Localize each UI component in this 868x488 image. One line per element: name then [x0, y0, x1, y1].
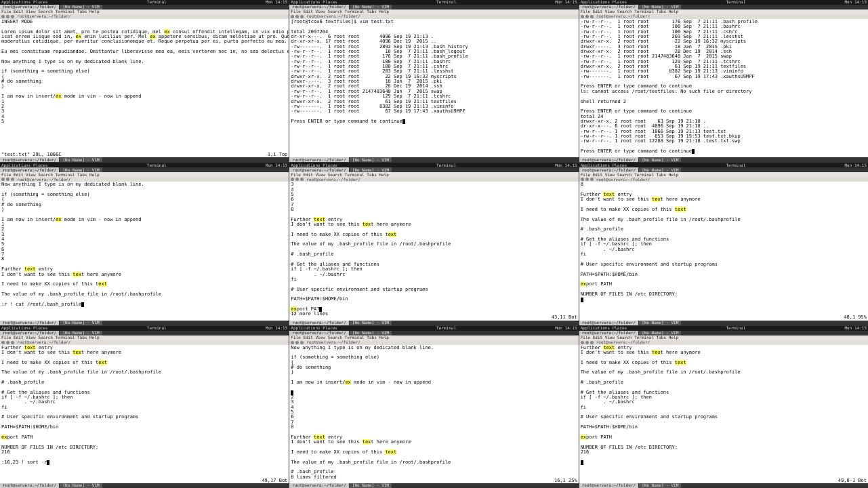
bottom-tab[interactable]: root@servera:~/folder/ — [0, 483, 59, 488]
terminal-output[interactable]: Now anything I type is on my dedicated b… — [0, 182, 289, 308]
close-icon[interactable] — [581, 178, 584, 181]
bottom-tabstrip[interactable]: root@servera:~/folder/[No Name] - VIM — [0, 157, 289, 162]
bottom-tab[interactable]: [No Name] - VIM — [60, 321, 102, 325]
bottom-tab[interactable]: [No Name] - VIM — [350, 483, 392, 488]
bottom-tabstrip[interactable]: root@servera:~/folder/[No Name] - VIM — [0, 483, 289, 488]
terminal-line: 3 — [1, 109, 287, 114]
min-icon[interactable] — [295, 341, 299, 344]
terminal-output[interactable]: -rw-r--r--. 1 root root 176 Sep 7 21:11 … — [579, 19, 868, 155]
terminal-line: } — [1, 207, 287, 212]
terminal-output[interactable]: 8 Further text entryI don't want to see … — [579, 182, 868, 302]
bottom-tab[interactable]: root@servera:~/folder/ — [0, 157, 59, 162]
screenshot-pane: Applications PlacesTerminalMon 14:15root… — [0, 0, 289, 162]
bottom-tab[interactable]: root@servera:~/folder/ — [289, 483, 348, 488]
highlight: ex — [56, 94, 61, 99]
text-cursor — [402, 119, 405, 124]
max-icon[interactable] — [300, 15, 304, 18]
terminal-line: I need to make XX copies of this text — [581, 361, 867, 365]
terminal-output[interactable]: Further text entryI don't want to see th… — [579, 345, 868, 466]
close-icon[interactable] — [581, 341, 584, 344]
terminal-line: # do something — [1, 79, 287, 84]
bottom-tab[interactable]: [No Name] - VIM — [639, 483, 681, 488]
bottom-tab[interactable]: root@servera:~/folder/ — [0, 321, 59, 325]
max-icon[interactable] — [590, 341, 594, 344]
terminal-line: # User specific environment and startup … — [1, 415, 287, 420]
terminal-line: NUMBER OF FILES IN /etc DIRECTORY: — [581, 445, 867, 450]
max-icon[interactable] — [11, 15, 14, 18]
bottom-tab[interactable]: [No Name] - VIM — [60, 483, 102, 488]
close-icon[interactable] — [1, 178, 5, 181]
bottom-tabstrip[interactable]: root@servera:~/folder/[No Name] - VIM — [289, 483, 578, 488]
terminal-line: fi — [581, 252, 867, 257]
bottom-tabstrip[interactable]: root@servera:~/folder/[No Name] - VIM — [579, 483, 868, 488]
bottom-tabstrip[interactable]: root@servera:~/folder/[No Name] - VIM — [0, 321, 289, 325]
vim-statusline: "test.txt" 29L, 1066C1,1 Top — [0, 152, 289, 157]
topbar-app: Terminal — [147, 326, 167, 330]
min-icon[interactable] — [585, 178, 589, 181]
bottom-tabstrip[interactable]: root@servera:~/folder/[No Name] - VIM — [579, 321, 868, 325]
min-icon[interactable] — [6, 178, 9, 181]
close-icon[interactable] — [1, 15, 5, 18]
terminal-line — [291, 390, 577, 395]
terminal-output[interactable]: [root@tcox6 textfiles]$ vim test.txt tot… — [289, 19, 578, 125]
bottom-tab[interactable]: root@servera:~/folder/ — [579, 157, 638, 162]
terminal-line: moderatius cotidique, per everitur concl… — [1, 39, 287, 44]
terminal-output[interactable]: INSERT MODE Lorem ipsum dolor sit amet, … — [0, 19, 289, 125]
terminal-line: PATH=$PATH:$HOME/bin — [581, 425, 867, 430]
min-icon[interactable] — [585, 15, 589, 18]
terminal-line: The value of my .bash_profile file in /r… — [1, 370, 287, 375]
highlight: tex — [652, 197, 661, 202]
close-icon[interactable] — [291, 178, 294, 181]
terminal-line: The value of my .bash_profile file in /r… — [291, 460, 577, 465]
screenshot-pane: Applications PlacesTerminalMon 14:15root… — [579, 326, 868, 488]
max-icon[interactable] — [11, 341, 14, 344]
terminal-line — [1, 430, 287, 435]
bottom-tab[interactable]: root@servera:~/folder/ — [579, 483, 638, 488]
bottom-tabstrip[interactable]: root@servera:~/folder/[No Name] - VIM — [289, 157, 578, 162]
highlight: ext — [98, 360, 107, 365]
vim-status-left: "test.txt" 29L, 1066C — [1, 152, 62, 157]
terminal-output[interactable]: Further text entryI don't want to see th… — [0, 345, 289, 466]
terminal-line: ls: cannot access /root/testfiles: No su… — [581, 89, 867, 94]
bottom-tab[interactable]: root@servera:~/folder/ — [579, 321, 638, 325]
min-icon[interactable] — [295, 15, 299, 18]
terminal-line: 4 — [291, 188, 577, 192]
min-icon[interactable] — [6, 341, 9, 344]
max-icon[interactable] — [11, 178, 14, 181]
min-icon[interactable] — [295, 178, 299, 181]
max-icon[interactable] — [590, 178, 594, 181]
bottom-tab[interactable]: [No Name] - VIM — [639, 321, 681, 325]
bottom-tabstrip[interactable]: root@servera:~/folder/[No Name] - VIM — [579, 157, 868, 162]
min-icon[interactable] — [585, 341, 589, 344]
bottom-tab[interactable]: [No Name] - VIM — [350, 157, 392, 162]
bottom-tab[interactable]: [No Name] - VIM — [60, 157, 102, 162]
screenshot-pane: Applications PlacesTerminalMon 14:15root… — [579, 163, 868, 325]
bottom-tab[interactable]: root@servera:~/folder/ — [289, 157, 348, 162]
bottom-tab[interactable]: [No Name] - VIM — [639, 157, 681, 162]
terminal-line: Now anything I type is on my dedicated b… — [291, 346, 577, 350]
terminal-output[interactable]: Now anything I type is on my dedicated b… — [289, 345, 578, 481]
topbar-app: Terminal — [147, 163, 167, 167]
terminal-line: 4 — [291, 405, 577, 410]
terminal-line: 7 — [1, 252, 287, 257]
terminal-output[interactable]: 345678 Further text entryI don't want to… — [289, 182, 578, 317]
close-icon[interactable] — [1, 341, 5, 344]
min-icon[interactable] — [6, 15, 9, 18]
bottom-tab[interactable]: root@servera:~/folder/ — [289, 321, 348, 325]
terminal-line: I don't want to see this text here anymo… — [291, 222, 577, 227]
close-icon[interactable] — [291, 341, 294, 344]
terminal-line: if (something = something else) — [291, 355, 577, 360]
bottom-tab[interactable]: [No Name] - VIM — [350, 321, 392, 325]
close-icon[interactable] — [581, 15, 584, 18]
terminal-line — [291, 385, 577, 390]
terminal-line: # do something — [291, 365, 577, 370]
close-icon[interactable] — [291, 15, 294, 18]
terminal-line: PATH=$PATH:$HOME/bin — [581, 272, 867, 277]
topbar-clock: Mon 14:15 — [555, 0, 577, 4]
terminal-line: 1 — [1, 100, 287, 104]
max-icon[interactable] — [300, 178, 304, 181]
max-icon[interactable] — [300, 341, 304, 344]
max-icon[interactable] — [590, 15, 594, 18]
bottom-tabstrip[interactable]: root@servera:~/folder/[No Name] - VIM — [289, 321, 578, 325]
highlight: tex — [73, 272, 81, 277]
